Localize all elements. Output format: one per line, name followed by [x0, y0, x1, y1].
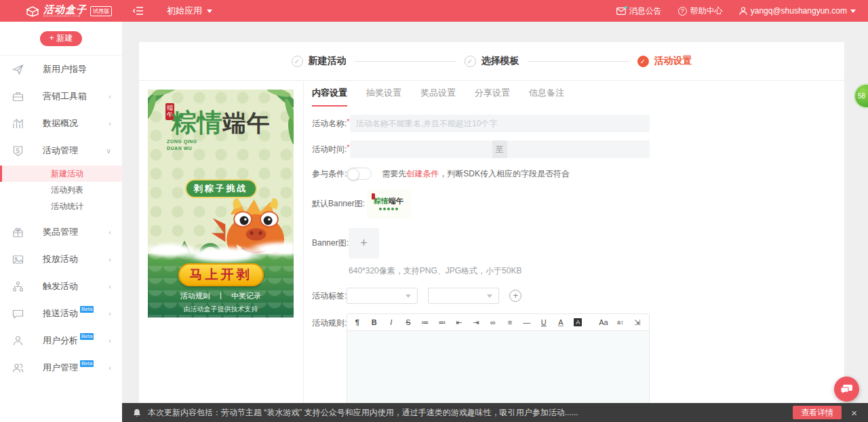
tab-lottery-settings[interactable]: 抽奖设置: [366, 87, 401, 107]
sidebar-item-push-activity[interactable]: 推送活动 Beta ‹: [0, 300, 122, 327]
thumb-seal: [372, 193, 375, 199]
messages-label: 消息公告: [629, 5, 662, 17]
tab-prize-settings[interactable]: 奖品设置: [420, 87, 456, 107]
banner-helper-text: 640*320像素，支持PNG、JPG格式，小于50KB: [349, 265, 521, 277]
sidebar: + 新建 新用户指导 营销工具箱 ‹ 数据概况 ‹ 活动管理 ∨ 新建活动 活动…: [0, 22, 122, 422]
ordered-list-icon[interactable]: ≕: [433, 318, 450, 327]
users-icon: [12, 362, 24, 374]
poster-clouds: [148, 236, 294, 265]
tab-share-settings[interactable]: 分享设置: [475, 87, 510, 107]
step-activity-settings[interactable]: ✓ 活动设置: [637, 55, 692, 67]
indent-icon[interactable]: ⇥: [467, 318, 484, 327]
line-height-icon[interactable]: a↕: [612, 319, 629, 326]
banner-upload-row: Banner图: + 640*320像素，支持PNG、JPG格式，小于50KB: [312, 228, 650, 277]
font-case-icon[interactable]: Aa: [595, 318, 612, 326]
horizontal-rule-icon[interactable]: —: [518, 318, 535, 326]
sidebar-item-trigger-activity[interactable]: 触发活动 ‹: [0, 273, 122, 300]
check-icon: ✓: [465, 56, 476, 67]
step-new-activity[interactable]: ✓ 新建活动: [292, 55, 347, 67]
required-mark: *: [347, 143, 349, 151]
bg-color-icon[interactable]: A: [574, 318, 582, 326]
plus-icon: +: [360, 236, 368, 250]
messages-link[interactable]: 消息公告: [616, 5, 662, 17]
collapse-sidebar-icon[interactable]: [133, 7, 144, 15]
activity-time-row: 活动时间:* 至: [312, 140, 650, 158]
condition-hint: 需要先创建条件，判断SDK传入相应的字段是否符合: [382, 168, 570, 180]
tab-info-notes[interactable]: 信息备注: [529, 87, 564, 107]
thumb-pill-dots: [379, 208, 398, 210]
sidebar-item-label: 新用户指导: [43, 63, 87, 75]
gift-icon: [12, 227, 24, 238]
sidebar-item-marketing-toolbox[interactable]: 营销工具箱 ‹: [0, 83, 122, 110]
tag-select-1[interactable]: [347, 288, 418, 304]
notification-text: 本次更新内容包括：劳动节主题 “装水游戏” 支持公众号和应用内使用，通过手速类的…: [148, 407, 578, 419]
toolbox-icon: [12, 91, 24, 102]
sidebar-subitem-activity-list[interactable]: 活动列表: [0, 182, 122, 198]
tab-content-settings[interactable]: 内容设置: [312, 87, 347, 107]
activity-name-input[interactable]: [350, 115, 650, 132]
wizard-stepper: ✓ 新建活动 ✓ 选择模板 ✓ 活动设置: [139, 42, 844, 81]
beta-badge: Beta: [80, 306, 94, 313]
app-selector[interactable]: 初始应用: [167, 5, 212, 17]
new-activity-button[interactable]: + 新建: [40, 31, 82, 46]
default-banner-row: 默认Banner图: 粽情端午: [312, 189, 650, 218]
sidebar-item-new-user-guide[interactable]: 新用户指导: [0, 56, 122, 83]
underline-icon[interactable]: U: [535, 318, 552, 326]
sidebar-item-label: 活动管理: [43, 145, 78, 157]
content-area: 端午 粽情端午 ZONG QING DUAN WU 剥粽子挑战: [139, 81, 844, 422]
unordered-list-icon[interactable]: ≔: [416, 318, 433, 327]
condition-toggle[interactable]: [347, 168, 372, 180]
vertical-divider: [303, 81, 304, 422]
step-choose-template[interactable]: ✓ 选择模板: [465, 55, 519, 67]
banner-upload-box[interactable]: +: [349, 228, 379, 258]
beta-badge: Beta: [80, 333, 94, 340]
add-tag-button[interactable]: +: [509, 290, 521, 302]
user-icon: [739, 7, 747, 16]
view-details-button[interactable]: 查看详情: [793, 406, 842, 419]
sidebar-item-user-management[interactable]: 用户管理 Beta ‹: [0, 354, 122, 381]
settings-tabs: 内容设置 抽奖设置 奖品设置 分享设置 信息备注: [312, 87, 650, 107]
poster-challenge-pill: 剥粽子挑战: [185, 179, 257, 198]
shield-5-icon: [12, 145, 24, 157]
fullscreen-icon[interactable]: ⇲: [629, 318, 646, 327]
outdent-icon[interactable]: ⇤: [450, 318, 467, 327]
link-icon[interactable]: ∞: [484, 318, 501, 326]
poster-footer: 由活动盒子提供技术支持: [148, 305, 294, 314]
chat-bubbles-icon: [840, 384, 853, 395]
chat-fab-button[interactable]: [834, 377, 859, 402]
create-condition-link[interactable]: 创建条件: [406, 169, 439, 178]
italic-icon[interactable]: I: [382, 318, 399, 326]
user-menu[interactable]: yangq@shushangyun.com: [739, 6, 856, 16]
bold-icon[interactable]: B: [366, 318, 382, 326]
tag-select-2[interactable]: [428, 288, 499, 304]
activity-time-start-input[interactable]: [350, 140, 492, 158]
activity-tags-label: 活动标签:: [312, 290, 347, 302]
activity-management-submenu: 新建活动 活动列表 活动统计: [0, 164, 122, 218]
sidebar-item-label: 数据概况: [43, 117, 78, 130]
new-button-area: + 新建: [0, 22, 122, 56]
help-center-link[interactable]: ? 帮助中心: [678, 5, 723, 17]
default-banner-label: 默认Banner图:: [312, 189, 365, 210]
sidebar-item-activity-management[interactable]: 活动管理 ∨: [0, 137, 122, 164]
paragraph-icon[interactable]: ¶: [349, 318, 366, 326]
close-icon[interactable]: ×: [851, 408, 857, 418]
default-banner-thumbnail[interactable]: 粽情端午: [367, 189, 410, 218]
sidebar-item-prize-management[interactable]: 奖品管理 ‹: [0, 218, 122, 246]
chat-bubble-icon: [12, 308, 24, 320]
chevron-down-icon: [207, 9, 212, 13]
activity-time-end-input[interactable]: [507, 140, 650, 158]
qq-service-badge[interactable]: 58: [854, 83, 868, 109]
sidebar-subitem-new-activity[interactable]: 新建活动: [0, 166, 122, 182]
sidebar-item-data-overview[interactable]: 数据概况 ‹: [0, 110, 122, 137]
activity-tags-row: 活动标签: +: [312, 288, 650, 304]
sidebar-subitem-activity-stats[interactable]: 活动统计: [0, 198, 122, 214]
font-color-icon[interactable]: A: [552, 318, 569, 326]
step-connector: [528, 61, 629, 62]
sidebar-item-launch-activity[interactable]: 投放活动 ‹: [0, 246, 122, 273]
sidebar-item-label: 触发活动: [43, 280, 78, 292]
logo-domain: HUODONGHEZI.COM: [43, 15, 87, 18]
align-icon[interactable]: ≡: [501, 318, 518, 326]
sidebar-item-user-analysis[interactable]: 用户分析 Beta ‹: [0, 327, 122, 354]
user-icon: [12, 335, 24, 347]
strikethrough-icon[interactable]: S: [399, 318, 416, 326]
